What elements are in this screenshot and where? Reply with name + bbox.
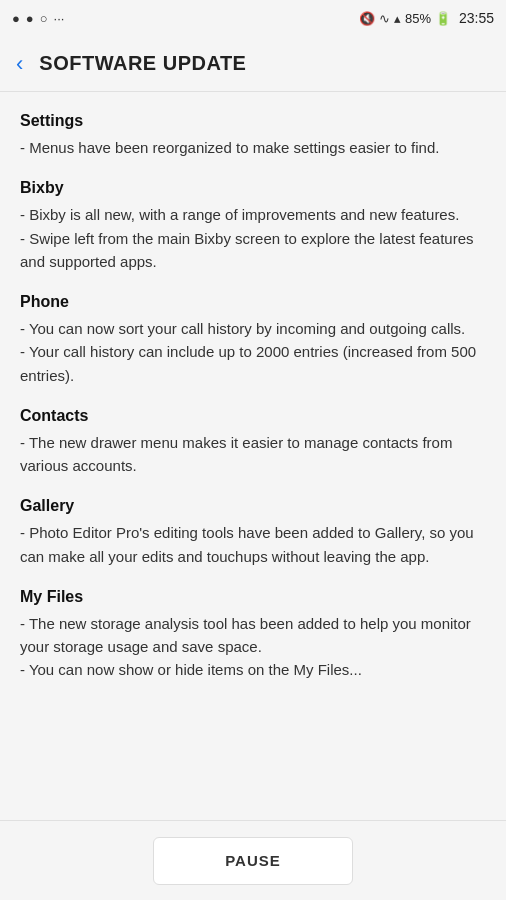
section-title-myfiles: My Files (20, 588, 486, 606)
section-body-bixby: - Bixby is all new, with a range of impr… (20, 203, 486, 273)
more-icon: ··· (54, 11, 65, 26)
section-title-phone: Phone (20, 293, 486, 311)
section-body-contacts: - The new drawer menu makes it easier to… (20, 431, 486, 478)
pause-button[interactable]: PAUSE (153, 837, 353, 885)
section-body-myfiles: - The new storage analysis tool has been… (20, 612, 486, 682)
status-bar-right: 🔇 ∿ ▴ 85% 🔋 23:55 (359, 10, 494, 26)
clock: 23:55 (459, 10, 494, 26)
header: ‹ SOFTWARE UPDATE (0, 36, 506, 92)
section-contacts: Contacts- The new drawer menu makes it e… (20, 407, 486, 478)
section-body-settings: - Menus have been reorganized to make se… (20, 136, 486, 159)
section-body-phone: - You can now sort your call history by … (20, 317, 486, 387)
section-body-gallery: - Photo Editor Pro's editing tools have … (20, 521, 486, 568)
battery-percent: 85% (405, 11, 431, 26)
section-settings: Settings- Menus have been reorganized to… (20, 112, 486, 159)
status-bar: ● ● ○ ··· 🔇 ∿ ▴ 85% 🔋 23:55 (0, 0, 506, 36)
back-button[interactable]: ‹ (16, 51, 23, 77)
sync-icon: ○ (40, 11, 48, 26)
wifi-icon: ∿ (379, 11, 390, 26)
content-area: Settings- Menus have been reorganized to… (0, 92, 506, 820)
section-bixby: Bixby- Bixby is all new, with a range of… (20, 179, 486, 273)
section-title-gallery: Gallery (20, 497, 486, 515)
section-gallery: Gallery- Photo Editor Pro's editing tool… (20, 497, 486, 568)
page-title: SOFTWARE UPDATE (39, 52, 246, 75)
section-title-bixby: Bixby (20, 179, 486, 197)
mute-icon: 🔇 (359, 11, 375, 26)
signal-icon: ▴ (394, 11, 401, 26)
lock-icon: ● (26, 11, 34, 26)
bottom-bar: PAUSE (0, 820, 506, 900)
section-myfiles: My Files- The new storage analysis tool … (20, 588, 486, 682)
section-phone: Phone- You can now sort your call histor… (20, 293, 486, 387)
section-title-contacts: Contacts (20, 407, 486, 425)
camera-icon: ● (12, 11, 20, 26)
section-title-settings: Settings (20, 112, 486, 130)
status-bar-left: ● ● ○ ··· (12, 11, 64, 26)
battery-icon: 🔋 (435, 11, 451, 26)
